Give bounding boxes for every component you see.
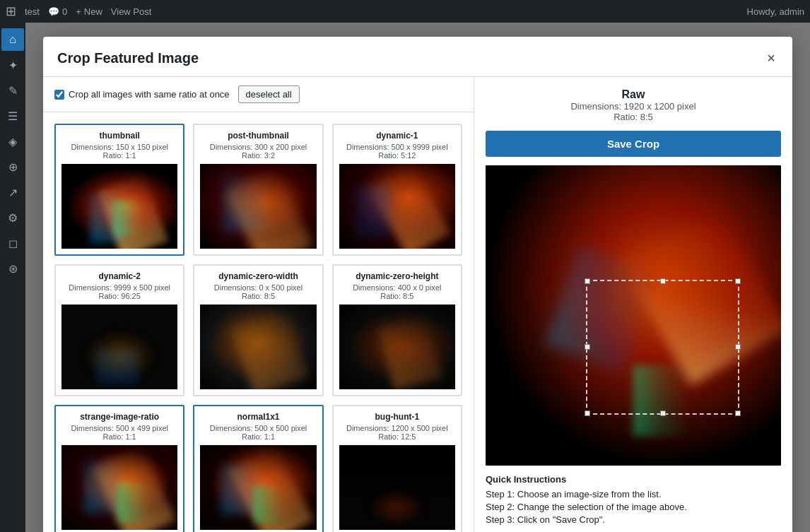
- image-card-ratio: Ratio: 1:1: [61, 151, 177, 160]
- image-card-ratio: Ratio: 5:12: [339, 151, 455, 160]
- image-card-dynamic-1[interactable]: dynamic-1 Dimensions: 500 x 9999 pixel R…: [332, 124, 462, 256]
- image-preview-normal1x1: [200, 445, 316, 530]
- image-card-dims: Dimensions: 1200 x 500 pixel: [339, 424, 455, 432]
- image-card-title: post-thumbnail: [200, 131, 316, 141]
- modal-body: Crop all images with same ratio at once …: [43, 77, 792, 532]
- image-card-dynamic-zero-width[interactable]: dynamic-zero-width Dimensions: 0 x 500 p…: [193, 264, 323, 396]
- image-card-dims: Dimensions: 9999 x 500 pixel: [61, 283, 177, 292]
- crop-all-checkbox[interactable]: [54, 90, 64, 100]
- image-card-ratio: Ratio: 1:1: [200, 432, 316, 441]
- qi-step-2: Step 2: Change the selection of the imag…: [486, 502, 781, 512]
- image-card-post-thumbnail[interactable]: post-thumbnail Dimensions: 300 x 200 pix…: [193, 124, 323, 256]
- image-card-dynamic-zero-height[interactable]: dynamic-zero-height Dimensions: 400 x 0 …: [332, 264, 462, 396]
- comment-count[interactable]: 💬 0: [48, 6, 67, 17]
- qi-step-3: Step 3: Click on "Save Crop".: [486, 514, 781, 525]
- sidebar: ⌂ ✦ ✎ ☰ ◈ ⊕ ↗ ⚙ ◻ ⊛: [0, 23, 25, 532]
- abstract-light-3: [633, 365, 690, 436]
- site-name[interactable]: test: [25, 6, 40, 17]
- sidebar-icon-posts[interactable]: ✦: [1, 54, 24, 76]
- raw-ratio: Ratio: 8:5: [486, 112, 781, 122]
- image-card-strange-image-ratio[interactable]: strange-image-ratio Dimensions: 500 x 49…: [54, 405, 184, 532]
- wp-logo-icon[interactable]: ⊞: [6, 4, 16, 19]
- sidebar-icon-home[interactable]: ⌂: [1, 28, 24, 51]
- image-list-panel: Crop all images with same ratio at once …: [43, 77, 474, 532]
- image-preview-dynamic-zero-height: [339, 305, 455, 389]
- image-preview-strange: [61, 445, 177, 530]
- image-card-normal1x1[interactable]: normal1x1 Dimensions: 500 x 500 pixel Ra…: [193, 405, 323, 532]
- main-layout: ⌂ ✦ ✎ ☰ ◈ ⊕ ↗ ⚙ ◻ ⊛ Crop Featured Image …: [0, 23, 810, 532]
- sidebar-icon-media[interactable]: ✎: [1, 79, 24, 102]
- view-post-link[interactable]: View Post: [111, 6, 152, 17]
- crop-all-checkbox-label[interactable]: Crop all images with same ratio at once: [54, 89, 230, 100]
- sidebar-icon-pages[interactable]: ☰: [1, 105, 24, 127]
- image-card-dims: Dimensions: 300 x 200 pixel: [200, 143, 316, 151]
- plus-icon: +: [76, 6, 81, 17]
- sidebar-icon-comments[interactable]: ◈: [1, 130, 24, 153]
- image-card-ratio: Ratio: 12:5: [339, 432, 455, 441]
- image-card-title: dynamic-1: [339, 131, 455, 141]
- image-card-dims: Dimensions: 400 x 0 pixel: [339, 283, 455, 292]
- image-grid: thumbnail Dimensions: 150 x 150 pixel Ra…: [54, 124, 462, 532]
- qi-step-1: Step 1: Choose an image-size from the li…: [486, 489, 781, 500]
- content-area: Crop Featured Image × Crop all images wi…: [25, 23, 810, 532]
- qi-title: Quick Instructions: [486, 474, 781, 485]
- quick-instructions: Quick Instructions Step 1: Choose an ima…: [486, 474, 781, 527]
- raw-title: Raw: [486, 88, 781, 101]
- image-preview-dynamic-zero-width: [200, 305, 316, 389]
- save-crop-button[interactable]: Save Crop: [486, 131, 781, 157]
- image-card-title: strange-image-ratio: [61, 412, 177, 422]
- comment-icon: 💬: [48, 6, 59, 17]
- image-card-title: thumbnail: [61, 131, 177, 141]
- image-card-ratio: Ratio: 3:2: [200, 151, 316, 160]
- crop-preview-area: [486, 165, 781, 466]
- image-card-title: dynamic-zero-height: [339, 271, 455, 281]
- admin-bar: ⊞ test 💬 0 + New View Post Howdy, admin: [0, 0, 810, 23]
- modal-overlay: Crop Featured Image × Crop all images wi…: [25, 23, 810, 532]
- image-preview-thumbnail: [61, 164, 177, 249]
- image-preview-bug-hunt-1: [339, 445, 455, 530]
- modal-title: Crop Featured Image: [57, 50, 199, 66]
- image-card-dynamic-2[interactable]: dynamic-2 Dimensions: 9999 x 500 pixel R…: [54, 264, 184, 396]
- image-card-title: dynamic-zero-width: [200, 271, 316, 281]
- deselect-all-button[interactable]: deselect all: [238, 85, 300, 103]
- right-panel: Raw Dimensions: 1920 x 1200 pixel Ratio:…: [474, 77, 792, 532]
- image-card-dims: Dimensions: 500 x 500 pixel: [200, 424, 316, 432]
- sidebar-icon-appearance[interactable]: ⊕: [1, 155, 24, 178]
- image-preview-dynamic-1: [339, 164, 455, 249]
- raw-dimensions: Dimensions: 1920 x 1200 pixel: [486, 101, 781, 112]
- image-card-dims: Dimensions: 0 x 500 pixel: [200, 283, 316, 292]
- image-list-toolbar: Crop all images with same ratio at once …: [43, 77, 474, 112]
- sidebar-icon-users[interactable]: ⚙: [1, 206, 24, 229]
- image-card-ratio: Ratio: 8:5: [339, 292, 455, 300]
- image-card-dims: Dimensions: 500 x 499 pixel: [61, 424, 177, 432]
- image-grid-scroll[interactable]: thumbnail Dimensions: 150 x 150 pixel Ra…: [43, 112, 474, 532]
- image-card-dims: Dimensions: 500 x 9999 pixel: [339, 143, 455, 151]
- image-card-title: dynamic-2: [61, 271, 177, 281]
- image-card-thumbnail[interactable]: thumbnail Dimensions: 150 x 150 pixel Ra…: [54, 124, 184, 256]
- sidebar-icon-tools[interactable]: ◻: [1, 232, 24, 254]
- image-preview-post-thumbnail: [200, 164, 316, 249]
- image-card-title: bug-hunt-1: [339, 412, 455, 422]
- image-card-dims: Dimensions: 150 x 150 pixel: [61, 143, 177, 151]
- image-card-ratio: Ratio: 8:5: [200, 292, 316, 300]
- sidebar-icon-settings[interactable]: ⊛: [1, 257, 24, 280]
- sidebar-icon-plugins[interactable]: ↗: [1, 181, 24, 203]
- crop-image: [486, 165, 781, 466]
- howdy-text: Howdy, admin: [747, 6, 804, 17]
- image-preview-dynamic-2: [61, 305, 177, 389]
- modal-header: Crop Featured Image ×: [43, 37, 792, 77]
- modal-close-button[interactable]: ×: [764, 48, 778, 68]
- raw-info: Raw Dimensions: 1920 x 1200 pixel Ratio:…: [486, 88, 781, 122]
- image-card-ratio: Ratio: 96:25: [61, 292, 177, 300]
- new-button[interactable]: + New: [76, 6, 102, 17]
- image-card-ratio: Ratio: 1:1: [61, 432, 177, 441]
- crop-modal: Crop Featured Image × Crop all images wi…: [43, 37, 792, 532]
- image-card-bug-hunt-1[interactable]: bug-hunt-1 Dimensions: 1200 x 500 pixel …: [332, 405, 462, 532]
- image-card-title: normal1x1: [200, 412, 316, 422]
